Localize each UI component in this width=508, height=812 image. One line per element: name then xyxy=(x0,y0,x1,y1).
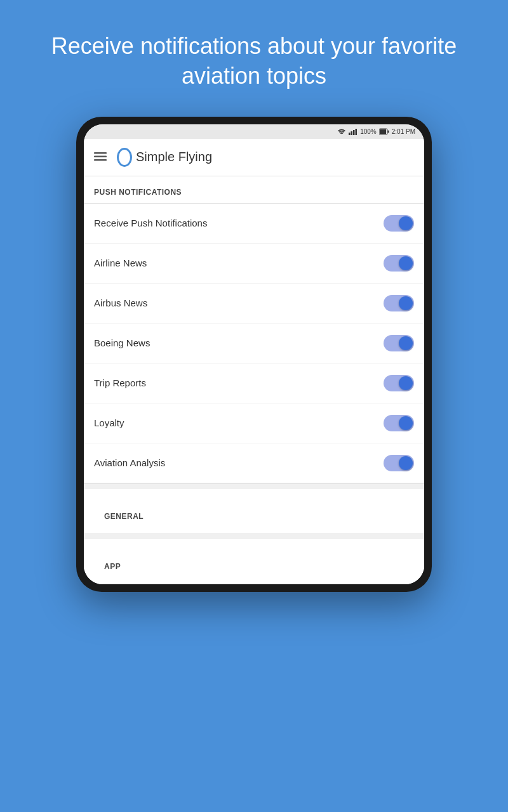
airbus-news-toggle[interactable] xyxy=(384,295,414,311)
loyalty-toggle[interactable] xyxy=(384,415,414,431)
wifi-icon xyxy=(337,128,346,135)
receive-push-toggle[interactable] xyxy=(384,215,414,232)
svg-rect-0 xyxy=(349,133,351,135)
svg-rect-5 xyxy=(380,129,386,134)
app-section: APP xyxy=(84,539,424,584)
airline-news-toggle[interactable] xyxy=(384,255,414,272)
app-bottom-divider xyxy=(84,584,424,584)
aviation-analysis-toggle[interactable] xyxy=(384,455,414,471)
section-gap xyxy=(84,484,424,489)
app-logo: Simple Flying xyxy=(117,148,212,167)
general-header: GENERAL xyxy=(94,501,414,527)
airbus-news-label: Airbus News xyxy=(94,298,147,308)
boeing-news-toggle[interactable] xyxy=(384,335,414,351)
section-gap-2 xyxy=(84,534,424,539)
list-item: Trip Reports xyxy=(84,363,424,403)
svg-rect-9 xyxy=(94,159,107,161)
app-name-label: Simple Flying xyxy=(136,150,212,164)
battery-text: 100% xyxy=(360,128,377,135)
logo-oval-icon xyxy=(117,148,132,167)
signal-icon xyxy=(349,128,358,135)
svg-rect-1 xyxy=(351,131,353,135)
status-bar: 100% 2:01 PM xyxy=(84,124,424,139)
boeing-news-label: Boeing News xyxy=(94,337,150,348)
airline-news-label: Airline News xyxy=(94,258,147,268)
app-header: Simple Flying xyxy=(84,139,424,176)
hamburger-menu-icon[interactable] xyxy=(94,150,107,164)
trip-reports-toggle[interactable] xyxy=(384,375,414,391)
phone-device: 100% 2:01 PM Simple xyxy=(76,117,432,592)
push-notifications-header: PUSH NOTIFICATIONS xyxy=(84,176,424,203)
hero-text: Receive notifications about your favorit… xyxy=(0,0,508,117)
list-item: Receive Push Notifications xyxy=(84,204,424,244)
list-item: Airline News xyxy=(84,244,424,284)
list-item: Aviation Analysis xyxy=(84,443,424,483)
receive-push-label: Receive Push Notifications xyxy=(94,218,207,228)
svg-rect-8 xyxy=(94,156,107,158)
status-icons: 100% 2:01 PM xyxy=(337,128,415,135)
screen-content: PUSH NOTIFICATIONS Receive Push Notifica… xyxy=(84,176,424,584)
time-text: 2:01 PM xyxy=(392,128,415,135)
trip-reports-label: Trip Reports xyxy=(94,377,146,388)
svg-rect-3 xyxy=(356,129,358,135)
battery-icon xyxy=(379,128,389,135)
aviation-analysis-label: Aviation Analysis xyxy=(94,457,165,468)
list-item: Loyalty xyxy=(84,403,424,443)
svg-rect-6 xyxy=(387,130,389,133)
push-notifications-section: PUSH NOTIFICATIONS Receive Push Notifica… xyxy=(84,176,424,484)
list-item: Airbus News xyxy=(84,284,424,324)
loyalty-label: Loyalty xyxy=(94,417,124,428)
list-item: Boeing News xyxy=(84,324,424,363)
phone-screen: 100% 2:01 PM Simple xyxy=(84,124,424,584)
general-section: GENERAL xyxy=(84,489,424,534)
svg-rect-7 xyxy=(94,152,107,154)
app-header-label: APP xyxy=(94,551,414,577)
svg-rect-2 xyxy=(353,130,355,135)
